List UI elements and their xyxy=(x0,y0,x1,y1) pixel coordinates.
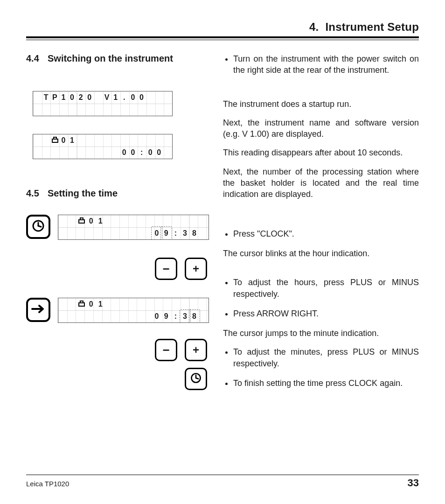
minus-icon: − xyxy=(162,262,169,276)
arrow-right-icon xyxy=(31,304,46,315)
lcd-cell: P xyxy=(50,91,59,104)
lcd-cell xyxy=(199,310,209,322)
lcd-cell xyxy=(163,104,172,116)
body-text: The cursor jumps to the minute indicatio… xyxy=(223,328,419,339)
chapter-number: 4. xyxy=(309,21,319,33)
lcd-cell: 0 xyxy=(120,147,129,159)
lcd-cell xyxy=(94,91,103,104)
lcd-cell: 1 xyxy=(96,298,105,310)
lcd-cell xyxy=(199,227,209,239)
lcd-cell: 0 xyxy=(138,91,146,104)
section-heading-45: 4.5Setting the time xyxy=(26,188,209,199)
lcd-cell xyxy=(59,147,68,159)
header-rule-thin xyxy=(26,40,419,40)
lcd-cell: 1 xyxy=(68,134,77,147)
lcd-cell xyxy=(181,298,190,310)
lcd-cell xyxy=(143,227,152,239)
lcd-cell: 0 xyxy=(59,134,68,147)
chapter-heading: 4.Instrument Setup xyxy=(26,21,419,34)
lcd-cell xyxy=(59,104,68,116)
lcd-cell xyxy=(152,215,161,227)
clock-icon xyxy=(190,372,202,386)
lcd-cell: : xyxy=(171,227,181,239)
lcd-cell: 0 xyxy=(85,91,94,104)
lcd-cell xyxy=(146,134,155,147)
section-heading-44: 4.4Switching on the instrument xyxy=(26,53,209,64)
left-column: 4.4Switching on the instrument TP1020V1.… xyxy=(26,53,209,397)
lcd-cell: T xyxy=(42,91,51,104)
lcd-cell xyxy=(161,298,171,310)
plus-icon: + xyxy=(193,343,199,357)
minus-icon: − xyxy=(162,343,169,357)
lcd-cell xyxy=(96,227,105,239)
lcd-cell xyxy=(163,134,172,147)
lcd-cell xyxy=(163,147,172,159)
lcd-cell xyxy=(103,104,111,116)
body-text: The cursor blinks at the hour indication… xyxy=(223,248,419,259)
arrow-step-row: 0109:38 xyxy=(26,298,209,323)
svg-rect-4 xyxy=(79,220,84,223)
lcd-cell xyxy=(146,104,155,116)
lcd-cell xyxy=(68,310,77,322)
lcd-cell xyxy=(138,104,146,116)
lcd-cell xyxy=(68,147,77,159)
plus-button[interactable]: + xyxy=(185,258,207,280)
lcd-display-set-hour: 0109:38 xyxy=(58,215,209,240)
lcd-cell: 3 xyxy=(181,227,190,239)
lcd-cell xyxy=(76,147,85,159)
lcd-cell xyxy=(115,227,124,239)
lcd-cell xyxy=(171,215,181,227)
lcd-cell xyxy=(115,310,124,322)
lcd-cell: 8 xyxy=(190,310,199,322)
lcd-cell xyxy=(77,310,86,322)
lcd-cell xyxy=(76,134,85,147)
lcd-cell: 1 xyxy=(111,91,120,104)
lcd-cell xyxy=(96,310,105,322)
lcd-cell xyxy=(33,91,42,104)
lcd-cell xyxy=(133,310,143,322)
lcd-cell xyxy=(105,215,115,227)
lcd-cell xyxy=(146,91,155,104)
lcd-cell xyxy=(120,134,129,147)
svg-line-3 xyxy=(38,226,41,227)
lcd-display-station-time: 0100:00 xyxy=(33,134,173,159)
lcd-cell xyxy=(133,298,143,310)
chapter-title: Instrument Setup xyxy=(325,21,419,33)
lcd-cell xyxy=(94,147,103,159)
right-column: Turn on the instrument with the power sw… xyxy=(223,53,419,397)
lcd-cell xyxy=(163,91,172,104)
footer-page-number: 33 xyxy=(408,477,419,489)
section-title: Switching on the instrument xyxy=(48,53,173,63)
body-text: This reading disappears after about 10 s… xyxy=(223,147,419,158)
lcd-cell xyxy=(143,215,152,227)
lcd-cell xyxy=(105,298,115,310)
step-text: To adjust the minutes, press PLUS or MIN… xyxy=(233,346,419,369)
lcd-cell xyxy=(129,134,138,147)
manual-page: 4.Instrument Setup 4.4Switching on the i… xyxy=(0,0,445,504)
lcd-cell xyxy=(76,104,85,116)
lcd-cell: . xyxy=(120,91,129,104)
lcd-cell xyxy=(120,104,129,116)
lcd-cell xyxy=(94,134,103,147)
minus-button[interactable]: − xyxy=(155,339,177,361)
lcd-cell xyxy=(155,104,164,116)
body-text: Next, the number of the processing stati… xyxy=(223,166,419,200)
lcd-cell xyxy=(124,215,133,227)
arrow-right-button[interactable] xyxy=(26,298,50,322)
lcd-cell: 9 xyxy=(161,227,171,239)
body-text: The instrument does a startup run. xyxy=(223,98,419,110)
step-text: Press "CLOCK". xyxy=(233,228,419,239)
clock-button[interactable] xyxy=(185,368,207,390)
clock-button[interactable] xyxy=(26,215,50,239)
lcd-cell: 9 xyxy=(161,310,171,322)
lcd-cell xyxy=(94,104,103,116)
plus-button[interactable]: + xyxy=(185,339,207,361)
lcd-cell xyxy=(105,310,115,322)
lcd-cell xyxy=(50,104,59,116)
footer-model: Leica TP1020 xyxy=(26,480,69,488)
lcd-cell xyxy=(33,134,42,147)
minus-button[interactable]: − xyxy=(155,258,177,280)
lcd-cell xyxy=(161,215,171,227)
lcd-cell xyxy=(199,215,209,227)
plus-minus-row: − + xyxy=(26,258,209,280)
